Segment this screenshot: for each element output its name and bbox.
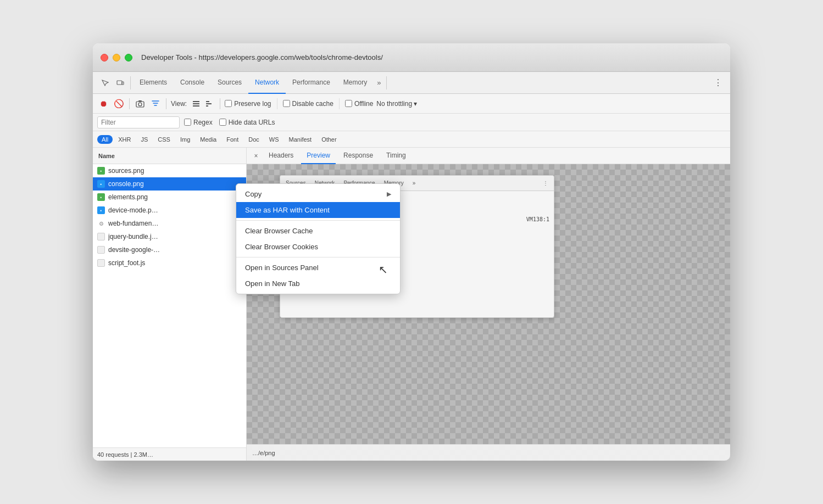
- tab-network[interactable]: Network: [248, 72, 286, 94]
- filter-type-manifest[interactable]: Manifest: [285, 135, 316, 144]
- svg-rect-0: [117, 81, 122, 85]
- hide-data-urls-checkbox[interactable]: Hide data URLs: [219, 119, 275, 126]
- toolbar-divider-1: [277, 98, 277, 109]
- filter-button[interactable]: [149, 98, 162, 110]
- filter-type-row: All XHR JS CSS Img Media Font Doc WS Man…: [93, 131, 730, 148]
- filter-type-js[interactable]: JS: [136, 135, 152, 144]
- tab-response[interactable]: Response: [338, 148, 379, 164]
- file-item-jquery[interactable]: jquery-bundle.j…: [93, 230, 246, 243]
- filter-type-doc[interactable]: Doc: [244, 135, 264, 144]
- context-menu-divider-2: [236, 257, 400, 257]
- context-menu-save-har[interactable]: Save as HAR with Content: [236, 202, 400, 218]
- context-menu-open-tab[interactable]: Open in New Tab: [236, 276, 400, 292]
- file-item-script-foot[interactable]: script_foot.js: [93, 256, 246, 270]
- filter-type-media[interactable]: Media: [196, 135, 221, 144]
- file-name-devsite: devsite-google-…: [108, 246, 160, 254]
- tab-headers[interactable]: Headers: [263, 148, 299, 164]
- waterfall-view-button[interactable]: [203, 98, 215, 110]
- file-item-web-fundamentals[interactable]: ⚙ web-fundamen…: [93, 217, 246, 230]
- view-label: View:: [171, 100, 187, 108]
- view-icons-group: [190, 98, 215, 110]
- mini-tab-more: »: [410, 180, 418, 186]
- sources-file-icon: ▪: [97, 167, 105, 175]
- detail-close-button[interactable]: ×: [251, 151, 261, 161]
- copy-submenu-arrow: ▶: [387, 191, 391, 198]
- file-item-devsite[interactable]: devsite-google-…: [93, 243, 246, 256]
- more-tabs-button[interactable]: »: [374, 79, 384, 87]
- context-menu-open-sources[interactable]: Open in Sources Panel: [236, 260, 400, 276]
- tab-console[interactable]: Console: [174, 72, 211, 94]
- tab-separator-1: [130, 76, 131, 89]
- console-file-icon: ▪: [97, 180, 105, 188]
- filter-input[interactable]: [97, 116, 180, 128]
- file-name-jquery: jquery-bundle.j…: [108, 233, 158, 240]
- file-name-console: console.png: [108, 180, 144, 188]
- stop-button[interactable]: 🚫: [113, 98, 125, 110]
- file-item-elements[interactable]: ▪ elements.png: [93, 191, 246, 204]
- filter-type-css[interactable]: CSS: [153, 135, 175, 144]
- traffic-lights: [101, 54, 132, 61]
- minimize-traffic-light[interactable]: [113, 54, 120, 61]
- filter-type-font[interactable]: Font: [222, 135, 243, 144]
- svg-point-3: [138, 103, 142, 106]
- file-list-header: Name: [93, 148, 246, 164]
- context-menu-clear-cookies[interactable]: Clear Browser Cookies: [236, 239, 400, 255]
- file-item-console[interactable]: ▪ console.png: [93, 177, 246, 191]
- tab-performance[interactable]: Performance: [286, 72, 337, 94]
- filter-row: Regex Hide data URLs: [93, 114, 730, 131]
- tab-elements[interactable]: Elements: [133, 72, 174, 94]
- jquery-file-icon: [97, 233, 105, 240]
- preserve-log-checkbox[interactable]: Preserve log: [225, 100, 271, 108]
- mini-kebab: ⋮: [541, 180, 550, 186]
- title-bar: Developer Tools - https://developers.goo…: [93, 43, 730, 72]
- context-menu: Copy ▶ Save as HAR with Content Clear Br…: [236, 183, 401, 294]
- screenshot-button[interactable]: [134, 98, 146, 110]
- window-title: Developer Tools - https://developers.goo…: [141, 53, 383, 61]
- script-foot-file-icon: [97, 259, 105, 267]
- url-bar: …/e/png: [247, 444, 730, 461]
- offline-checkbox[interactable]: Offline: [345, 100, 373, 108]
- device-toggle-icon[interactable]: [113, 75, 128, 91]
- elements-file-icon: ▪: [97, 193, 105, 201]
- device-mode-file-icon: ▪: [97, 206, 105, 214]
- record-button[interactable]: ⏺: [97, 98, 109, 110]
- devtools-window: Developer Tools - https://developers.goo…: [93, 43, 730, 461]
- context-menu-clear-cache[interactable]: Clear Browser Cache: [236, 223, 400, 239]
- filter-type-xhr[interactable]: XHR: [114, 135, 135, 144]
- filter-type-img[interactable]: Img: [176, 135, 194, 144]
- maximize-traffic-light[interactable]: [125, 54, 132, 61]
- toolbar-divider-2: [339, 98, 340, 109]
- tab-sources[interactable]: Sources: [211, 72, 248, 94]
- file-item-device-mode[interactable]: ▪ device-mode.p…: [93, 204, 246, 217]
- svg-rect-4: [138, 100, 142, 102]
- file-name-script-foot: script_foot.js: [108, 259, 145, 267]
- filter-type-all[interactable]: All: [97, 135, 113, 144]
- toolbar-separator-3: [220, 98, 220, 109]
- inspect-icon[interactable]: [97, 75, 113, 91]
- disable-cache-checkbox[interactable]: Disable cache: [283, 100, 333, 108]
- svg-rect-1: [122, 82, 124, 85]
- file-name-elements: elements.png: [108, 193, 148, 201]
- context-menu-divider-1: [236, 220, 400, 221]
- devtools-menu-button[interactable]: ⋮: [710, 77, 726, 88]
- throttling-select[interactable]: No throttling ▾: [376, 100, 417, 108]
- svg-rect-6: [193, 103, 199, 104]
- filter-options: Regex Hide data URLs: [184, 119, 275, 126]
- tab-timing[interactable]: Timing: [381, 148, 412, 164]
- filter-type-ws[interactable]: WS: [265, 135, 283, 144]
- svg-rect-5: [193, 101, 199, 102]
- file-item-sources[interactable]: ▪ sources.png: [93, 164, 246, 177]
- main-content: Name ▪ sources.png ▪ console.png ▪ eleme…: [93, 148, 730, 461]
- tab-separator-2: [386, 76, 387, 89]
- network-toolbar: ⏺ 🚫 View:: [93, 94, 730, 114]
- regex-checkbox[interactable]: Regex: [184, 119, 213, 126]
- filter-type-other[interactable]: Other: [317, 135, 341, 144]
- tab-memory[interactable]: Memory: [337, 72, 374, 94]
- svg-rect-10: [206, 105, 208, 107]
- list-view-button[interactable]: [190, 98, 202, 110]
- tab-preview[interactable]: Preview: [301, 148, 336, 164]
- svg-rect-8: [206, 101, 209, 102]
- mini-vm-ref: VM138:1: [526, 216, 549, 222]
- context-menu-copy[interactable]: Copy ▶: [236, 186, 400, 202]
- close-traffic-light[interactable]: [101, 54, 108, 61]
